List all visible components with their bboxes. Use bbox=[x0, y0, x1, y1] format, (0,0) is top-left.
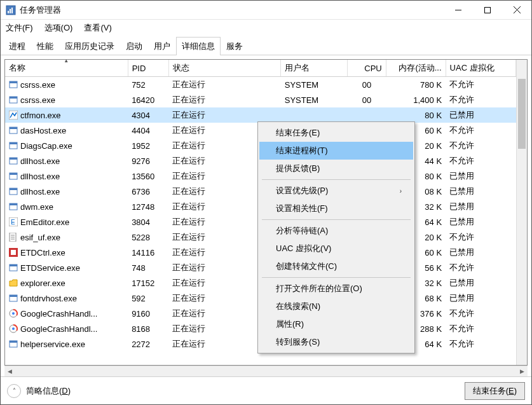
menu-open-file-location[interactable]: 打开文件所在的位置(O) bbox=[259, 280, 413, 298]
menu-uac-virtualization[interactable]: UAC 虚拟化(V) bbox=[259, 240, 413, 257]
table-row[interactable]: csrss.exe752正在运行SYSTEM00780 K不允许 bbox=[5, 77, 516, 93]
maximize-button[interactable] bbox=[473, 1, 502, 20]
tab-processes[interactable]: 进程 bbox=[3, 37, 31, 55]
process-icon bbox=[9, 111, 18, 120]
menu-properties[interactable]: 属性(R) bbox=[259, 315, 413, 333]
cell-pid: 9276 bbox=[128, 153, 168, 168]
cell-name: EmEditor.exe bbox=[20, 217, 69, 227]
scroll-left-icon[interactable]: ◀ bbox=[4, 366, 15, 376]
menu-analyze-wait-chain[interactable]: 分析等待链(A) bbox=[259, 222, 413, 240]
svg-rect-34 bbox=[10, 264, 17, 266]
svg-rect-1 bbox=[8, 11, 9, 13]
process-icon bbox=[9, 202, 18, 211]
cell-pid: 14116 bbox=[128, 245, 168, 260]
cell-name: dasHost.exe bbox=[20, 126, 66, 135]
menu-view[interactable]: 查看(V) bbox=[83, 21, 113, 35]
menu-go-to-service[interactable]: 转到服务(S) bbox=[259, 333, 413, 351]
cell-status: 正在运行 bbox=[168, 92, 281, 107]
scroll-right-icon[interactable]: ▶ bbox=[517, 366, 528, 376]
close-button[interactable] bbox=[502, 1, 531, 20]
tab-details[interactable]: 详细信息 bbox=[176, 37, 221, 55]
tab-users[interactable]: 用户 bbox=[148, 37, 176, 55]
svg-rect-22 bbox=[10, 188, 17, 190]
process-icon bbox=[9, 95, 18, 104]
fewer-details-toggle[interactable]: ˄ 简略信息(D) bbox=[7, 384, 71, 398]
cell-name: dwm.exe bbox=[20, 202, 53, 212]
col-header-uac[interactable]: UAC 虚拟化 bbox=[446, 60, 515, 77]
cell-pid: 12748 bbox=[128, 199, 168, 214]
col-header-user[interactable]: 用户名 bbox=[281, 60, 348, 77]
cell-name: GoogleCrashHandl... bbox=[20, 324, 97, 334]
cell-name: dllhost.exe bbox=[20, 172, 60, 181]
cell-uac: 不允许 bbox=[446, 260, 515, 275]
chevron-up-icon: ˄ bbox=[7, 384, 21, 398]
col-header-name[interactable]: 名称▲ bbox=[5, 60, 128, 77]
svg-text:E: E bbox=[11, 219, 15, 226]
menu-create-dump[interactable]: 创建转储文件(C) bbox=[259, 257, 413, 275]
col-header-cpu[interactable]: CPU bbox=[348, 60, 386, 77]
cell-pid: 16420 bbox=[128, 92, 168, 107]
cell-cpu bbox=[348, 107, 386, 123]
menu-end-task[interactable]: 结束任务(E) bbox=[259, 124, 413, 142]
cell-pid: 6736 bbox=[128, 184, 168, 199]
vertical-scrollbar[interactable] bbox=[516, 60, 527, 365]
svg-rect-11 bbox=[10, 97, 17, 99]
cell-pid: 5228 bbox=[128, 230, 168, 245]
cell-pid: 9160 bbox=[128, 306, 168, 321]
cell-uac: 不允许 bbox=[446, 77, 515, 93]
end-task-button[interactable]: 结束任务(E) bbox=[465, 382, 525, 400]
tab-performance[interactable]: 性能 bbox=[31, 37, 59, 55]
cell-pid: 752 bbox=[128, 77, 168, 93]
cell-status: 正在运行 bbox=[168, 107, 281, 123]
menu-set-priority[interactable]: 设置优先级(P)› bbox=[259, 182, 413, 200]
menu-search-online[interactable]: 在线搜索(N) bbox=[259, 298, 413, 315]
cell-uac: 不允许 bbox=[446, 138, 515, 153]
menu-end-process-tree[interactable]: 结束进程树(T) bbox=[259, 142, 413, 160]
cell-pid: 748 bbox=[128, 260, 168, 275]
context-menu: 结束任务(E) 结束进程树(T) 提供反馈(B) 设置优先级(P)› 设置相关性… bbox=[257, 121, 415, 354]
cell-uac: 已禁用 bbox=[446, 291, 515, 306]
sort-ascending-icon: ▲ bbox=[64, 60, 69, 64]
table-row[interactable]: ctfmon.exe4304正在运行80 K已禁用 bbox=[5, 107, 516, 123]
tab-startup[interactable]: 启动 bbox=[120, 37, 148, 55]
col-header-status[interactable]: 状态 bbox=[168, 60, 281, 77]
process-icon bbox=[9, 233, 18, 242]
menu-options[interactable]: 选项(O) bbox=[43, 21, 74, 35]
cell-name: csrss.exe bbox=[20, 80, 55, 90]
svg-rect-2 bbox=[10, 9, 11, 13]
cell-pid: 2272 bbox=[128, 336, 168, 352]
process-icon bbox=[9, 172, 18, 181]
scrollbar-thumb[interactable] bbox=[518, 79, 526, 149]
col-header-mem[interactable]: 内存(活动... bbox=[386, 60, 446, 77]
menu-set-affinity[interactable]: 设置相关性(F) bbox=[259, 200, 413, 217]
col-header-pid[interactable]: PID bbox=[128, 60, 168, 77]
cell-pid: 1952 bbox=[128, 138, 168, 153]
cell-uac: 不允许 bbox=[446, 336, 515, 352]
cell-uac: 已禁用 bbox=[446, 245, 515, 260]
menu-separator bbox=[262, 219, 411, 220]
app-icon bbox=[6, 5, 16, 15]
cell-uac: 已禁用 bbox=[446, 107, 515, 123]
menu-file[interactable]: 文件(F) bbox=[4, 21, 34, 35]
tab-app-history[interactable]: 应用历史记录 bbox=[59, 37, 120, 55]
process-icon bbox=[9, 156, 18, 165]
minimize-button[interactable] bbox=[444, 1, 473, 20]
table-row[interactable]: csrss.exe16420正在运行SYSTEM001,400 K不允许 bbox=[5, 92, 516, 107]
cell-user: SYSTEM bbox=[281, 77, 348, 93]
horizontal-scrollbar[interactable]: ◀ ▶ bbox=[4, 366, 528, 376]
tab-services[interactable]: 服务 bbox=[221, 37, 249, 55]
process-icon bbox=[9, 278, 18, 287]
svg-point-40 bbox=[12, 327, 15, 330]
cell-mem: 780 K bbox=[386, 77, 446, 93]
process-icon bbox=[9, 80, 18, 89]
svg-rect-42 bbox=[10, 341, 17, 343]
menu-provide-feedback[interactable]: 提供反馈(B) bbox=[259, 160, 413, 177]
cell-pid: 13560 bbox=[128, 168, 168, 184]
process-icon bbox=[9, 294, 18, 303]
cell-uac: 不允许 bbox=[446, 123, 515, 138]
cell-cpu: 00 bbox=[348, 77, 386, 93]
cell-name: GoogleCrashHandl... bbox=[20, 309, 97, 319]
cell-pid: 4304 bbox=[128, 107, 168, 123]
cell-uac: 不允许 bbox=[446, 92, 515, 107]
menu-separator bbox=[262, 277, 411, 278]
